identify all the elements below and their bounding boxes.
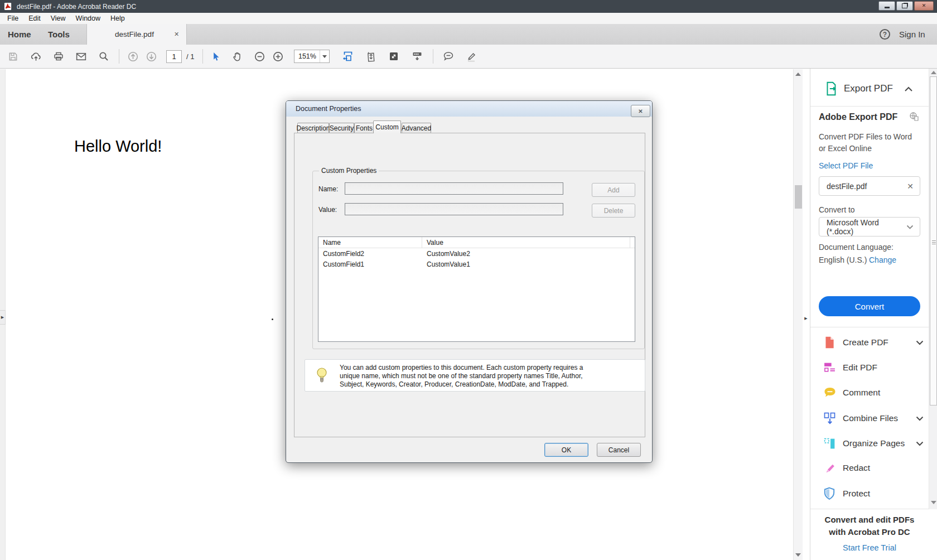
- adobe-export-pdf-title: Adobe Export PDF: [819, 112, 897, 122]
- select-tool-icon[interactable]: [210, 51, 221, 62]
- page-number-input[interactable]: 1: [166, 50, 182, 63]
- scroll-down-icon[interactable]: [794, 553, 803, 557]
- toolbar-separator: [433, 49, 433, 64]
- sidebar-item-edit-pdf[interactable]: Edit PDF: [819, 359, 928, 376]
- select-pdf-file-link[interactable]: Select PDF File: [819, 161, 873, 170]
- sidebar-scrollbar-thumb[interactable]: [930, 76, 937, 405]
- chevron-up-icon[interactable]: [904, 86, 913, 92]
- redact-icon: [823, 462, 838, 475]
- dialog-close-button[interactable]: ✕: [631, 105, 650, 117]
- dialog-tab-advanced[interactable]: Advanced: [402, 123, 431, 133]
- email-button[interactable]: [75, 51, 87, 62]
- chevron-down-icon: [322, 55, 327, 58]
- minimize-icon: [885, 7, 890, 8]
- sign-in-button[interactable]: Sign In: [899, 24, 925, 45]
- help-icon[interactable]: ?: [880, 29, 890, 40]
- sidebar-item-combine-files[interactable]: Combine Files: [819, 409, 928, 427]
- organize-pages-icon: [823, 437, 838, 450]
- sidebar-item-comment[interactable]: Comment: [819, 384, 928, 402]
- close-icon: ✕: [638, 108, 643, 114]
- tools-pane-toggle[interactable]: ▶: [803, 311, 809, 326]
- add-button[interactable]: Add: [592, 183, 635, 197]
- export-pdf-header[interactable]: Export PDF: [824, 81, 893, 96]
- scroll-up-icon[interactable]: [794, 73, 803, 76]
- protect-shield-icon: [823, 487, 838, 500]
- tools-sidebar: Export PDF Adobe Export PDF Convert PDF …: [810, 69, 937, 560]
- hand-tool-icon[interactable]: [231, 51, 243, 62]
- format-dropdown[interactable]: Microsoft Word (*.docx): [819, 217, 920, 236]
- fit-page-icon[interactable]: [365, 51, 377, 62]
- sidebar-item-label: Combine Files: [843, 413, 916, 423]
- menu-edit[interactable]: Edit: [23, 13, 46, 24]
- navigation-pane-toggle[interactable]: ▶: [0, 310, 6, 325]
- zoom-level-dropdown[interactable]: 151%: [294, 50, 330, 63]
- sidebar-scrollbar[interactable]: [929, 69, 937, 509]
- toolbar-presentation-icon[interactable]: [411, 50, 423, 62]
- zoom-in-icon[interactable]: [272, 51, 284, 62]
- value-label: Value:: [318, 206, 337, 214]
- document-properties-dialog: Document Properties ✕ Description Securi…: [286, 100, 653, 463]
- document-language-label: Document Language:: [819, 243, 893, 252]
- clear-file-icon[interactable]: ✕: [907, 182, 914, 191]
- menu-help[interactable]: Help: [105, 13, 130, 24]
- sidebar-item-create-pdf[interactable]: Create PDF: [819, 334, 928, 351]
- menu-window[interactable]: Window: [71, 13, 105, 24]
- save-button[interactable]: [8, 51, 18, 62]
- ok-button[interactable]: OK: [544, 443, 588, 457]
- change-language-link[interactable]: Change: [869, 255, 896, 264]
- table-header-value[interactable]: Value: [422, 237, 630, 248]
- table-header-row: Name Value: [318, 237, 635, 248]
- menu-file[interactable]: File: [2, 13, 23, 24]
- scroll-up-icon[interactable]: [929, 71, 937, 74]
- next-page-button[interactable]: [146, 51, 157, 62]
- dialog-tab-custom[interactable]: Custom: [373, 120, 401, 133]
- sidebar-item-organize-pages[interactable]: Organize Pages: [819, 435, 928, 452]
- convert-to-label: Convert to: [819, 205, 855, 214]
- fullscreen-icon[interactable]: [388, 51, 399, 62]
- table-row[interactable]: CustomField2 CustomValue2: [318, 248, 635, 259]
- sidebar-item-redact[interactable]: Redact: [819, 459, 928, 477]
- document-scrollbar-thumb[interactable]: [795, 185, 802, 209]
- highlight-icon[interactable]: [465, 50, 477, 62]
- table-cell-name: CustomField2: [318, 250, 422, 258]
- tab-home[interactable]: Home: [8, 24, 31, 45]
- close-window-button[interactable]: ✕: [914, 1, 934, 11]
- menu-view[interactable]: View: [46, 13, 71, 24]
- sidebar-divider: [810, 509, 937, 509]
- document-scrollbar[interactable]: [793, 69, 803, 560]
- value-input[interactable]: [345, 203, 563, 215]
- zoom-dropdown-arrow[interactable]: [320, 50, 329, 62]
- start-free-trial-link[interactable]: Start Free Trial: [810, 543, 929, 552]
- tab-tools[interactable]: Tools: [48, 24, 70, 45]
- name-label: Name:: [318, 185, 338, 193]
- minimize-button[interactable]: [878, 1, 895, 11]
- tab-close-icon[interactable]: ✕: [174, 31, 186, 38]
- chevron-down-icon: [906, 225, 914, 229]
- search-icon[interactable]: [98, 51, 109, 62]
- previous-page-button[interactable]: [127, 51, 139, 62]
- maximize-icon: [902, 3, 907, 8]
- table-row[interactable]: CustomField1 CustomValue1: [318, 259, 635, 269]
- table-header-name[interactable]: Name: [318, 237, 422, 248]
- table-cell-name: CustomField1: [318, 260, 422, 268]
- name-input[interactable]: [345, 182, 563, 195]
- zoom-out-icon[interactable]: [254, 51, 265, 62]
- comment-icon[interactable]: [442, 50, 455, 62]
- tab-document[interactable]: destFile.pdf ✕: [86, 24, 187, 45]
- dialog-tab-description[interactable]: Description: [297, 123, 329, 133]
- convert-button[interactable]: Convert: [819, 296, 920, 316]
- scroll-down-icon[interactable]: [929, 501, 937, 504]
- selected-file-chip: destFile.pdf ✕: [819, 176, 920, 196]
- scrollbar-grip: [932, 240, 936, 245]
- share-cloud-button[interactable]: [30, 51, 42, 62]
- document-tab-label: destFile.pdf: [87, 30, 174, 38]
- dialog-tab-fonts[interactable]: Fonts: [354, 123, 374, 133]
- delete-button[interactable]: Delete: [592, 204, 635, 218]
- sidebar-item-protect[interactable]: Protect: [819, 485, 928, 503]
- print-button[interactable]: [53, 51, 64, 62]
- sidebar-item-label: Create PDF: [843, 337, 916, 347]
- cancel-button[interactable]: Cancel: [597, 443, 641, 457]
- maximize-button[interactable]: [896, 1, 913, 11]
- dialog-tab-security[interactable]: Security: [329, 123, 354, 133]
- scrolling-mode-icon[interactable]: [342, 50, 354, 62]
